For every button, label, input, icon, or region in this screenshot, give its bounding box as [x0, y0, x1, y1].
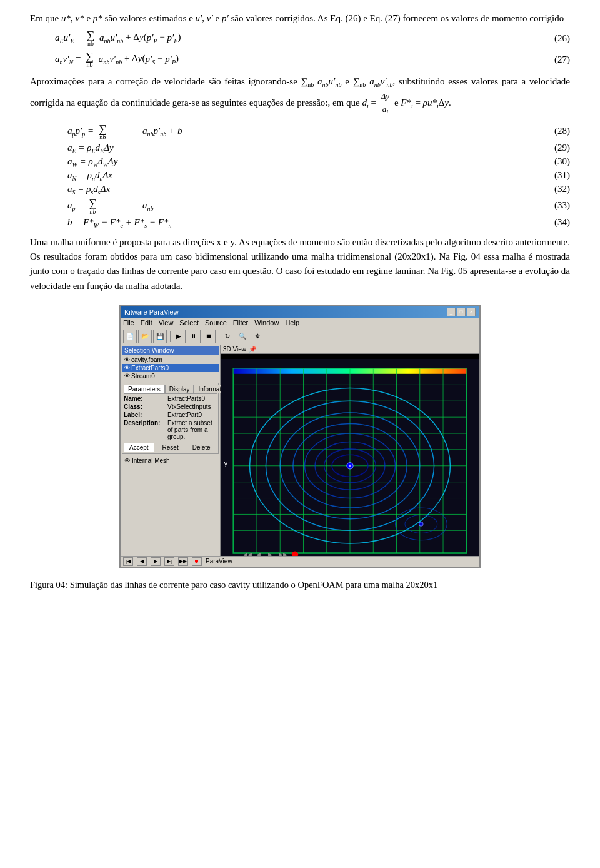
- eq-tag-28: (28): [532, 126, 570, 136]
- sum-33: ∑ nb: [89, 198, 97, 215]
- svg-text:▶: ▶: [268, 552, 272, 556]
- toolbar-open[interactable]: 📂: [138, 330, 152, 343]
- equation-28: app′p = ∑ nb anbp′nb + b (28): [68, 123, 570, 141]
- paraview-3d-view: 3D View 📌: [221, 345, 479, 556]
- equation-30: aW = ρWdWΔy (30): [68, 156, 570, 168]
- close-btn[interactable]: ×: [467, 308, 476, 316]
- eq-tag-31: (31): [532, 170, 570, 181]
- paraview-toolbar: 📄 📂 💾 ▶ ⏸ ⏹ ↻ 🔍 ✥: [121, 328, 479, 345]
- intro-text: Em que u*, v* e p* são valores estimados…: [30, 13, 564, 23]
- svg-point-35: [419, 522, 423, 526]
- sum-symbol-26: ∑ nb: [86, 29, 94, 47]
- svg-text:▶▶: ▶▶: [279, 552, 288, 556]
- equation-29: aE = ρEdEΔy (29): [68, 143, 570, 154]
- reset-button[interactable]: Reset: [157, 443, 184, 452]
- status-nav-play[interactable]: ▶▶: [178, 557, 188, 566]
- svg-text:◀: ◀: [256, 552, 261, 556]
- tree-item-stream[interactable]: 👁 Stream0: [122, 372, 219, 380]
- toolbar-sep2: [217, 331, 219, 342]
- equation-33: ap = ∑ nb anb (33): [68, 198, 570, 215]
- status-nav-next[interactable]: ▶: [151, 557, 161, 566]
- menu-select[interactable]: Select: [179, 319, 199, 326]
- menu-filter[interactable]: Filter: [233, 319, 248, 326]
- figure-04: Kitware ParaView _ □ × File Edit View Se…: [119, 305, 481, 568]
- param-desc-row: Description: Extract a subset of parts f…: [124, 420, 217, 440]
- intro-paragraph: Em que u*, v* e p* são valores estimados…: [30, 11, 570, 26]
- tree-item-extractparts[interactable]: 👁 ExtractParts0: [122, 364, 219, 372]
- params-panel: Parameters Display Information Name: Ext…: [122, 383, 219, 454]
- equation-31: aN = ρndnΔx (31): [68, 170, 570, 182]
- eq-tag-32: (32): [532, 184, 570, 194]
- internal-mesh-item[interactable]: 👁 Internal Mesh: [122, 457, 219, 465]
- view-title-text: 3D View: [223, 346, 246, 353]
- paraview-titlebar: Kitware ParaView _ □ ×: [121, 306, 479, 318]
- param-class-value: VtkSelectInputs: [168, 403, 217, 410]
- param-label-label: Label:: [124, 411, 168, 418]
- status-nav-first[interactable]: |◀: [123, 557, 133, 566]
- fraction-dy-ai: Δy ai: [380, 90, 391, 117]
- tree-item-cavity[interactable]: 👁 cavity.foam: [122, 356, 219, 364]
- eq-tag-34: (34): [532, 217, 570, 228]
- delete-button[interactable]: Delete: [187, 443, 216, 452]
- paraview-window: Kitware ParaView _ □ × File Edit View Se…: [119, 305, 481, 568]
- view-title-bar: 3D View 📌: [221, 345, 479, 354]
- equation-34: b = F*W − F*e + F*s − F*n (34): [68, 217, 570, 229]
- paraview-menubar: File Edit View Select Source Filter Wind…: [121, 318, 479, 328]
- toolbar-new[interactable]: 📄: [123, 330, 137, 343]
- svg-point-32: [349, 465, 351, 467]
- eye-icon-extract: 👁: [124, 365, 130, 371]
- toolbar-zoom[interactable]: 🔍: [236, 330, 249, 343]
- toolbar-stop[interactable]: ⏹: [202, 330, 216, 343]
- page-content: Em que u*, v* e p* são valores estimados…: [30, 11, 570, 590]
- menu-source[interactable]: Source: [205, 319, 227, 326]
- maximize-btn[interactable]: □: [457, 308, 466, 316]
- toolbar-play[interactable]: ▶: [172, 330, 186, 343]
- tab-display[interactable]: Display: [165, 385, 194, 393]
- param-label-row: Label: ExtractPart0: [124, 411, 217, 418]
- equation-26: aEu′E = ∑ nb anbu′nb + Δy(p′P − p′E) (26…: [55, 29, 570, 47]
- eq-tag-29: (29): [532, 143, 570, 153]
- equation-27: anv′N = ∑ nb anbv′nb + Δy(p′S − p′P) (27…: [55, 51, 570, 68]
- eq-num-26: (26): [532, 33, 570, 44]
- minimize-btn[interactable]: _: [447, 308, 456, 316]
- menu-edit[interactable]: Edit: [141, 319, 152, 326]
- accept-button[interactable]: Accept: [124, 443, 154, 452]
- toolbar-pause[interactable]: ⏸: [187, 330, 201, 343]
- param-name-value: ExtractParts0: [168, 395, 217, 402]
- menu-window[interactable]: Window: [254, 319, 279, 326]
- approx-paragraph: Aproximações para a correção de velocida…: [30, 74, 570, 117]
- status-record[interactable]: ⏺: [192, 557, 202, 566]
- view-pin-icon: 📌: [249, 346, 256, 353]
- menu-view[interactable]: View: [159, 319, 174, 326]
- toolbar-save[interactable]: 💾: [153, 330, 167, 343]
- param-class-label: Class:: [124, 403, 168, 410]
- toolbar-pan[interactable]: ✥: [251, 330, 264, 343]
- sum-symbol-27: ∑ nb: [86, 51, 94, 68]
- svg-text:y: y: [224, 460, 228, 467]
- param-name-row: Name: ExtractParts0: [124, 395, 217, 402]
- param-desc-label: Description:: [124, 420, 168, 440]
- paraview-sidebar: Selection Window 👁 cavity.foam 👁 Extract…: [121, 345, 221, 556]
- menu-file[interactable]: File: [123, 319, 134, 326]
- eye-icon-stream: 👁: [124, 373, 130, 379]
- eye-icon-cavity: 👁: [124, 356, 130, 363]
- param-label-value: ExtractPart0: [168, 411, 217, 418]
- paraview-statusbar: |◀ ◀ ▶ ▶| ▶▶ ⏺ ParaView: [121, 556, 479, 567]
- tab-parameters[interactable]: Parameters: [124, 385, 165, 393]
- svg-text:x: x: [345, 554, 349, 556]
- toolbar-rotate[interactable]: ↻: [221, 330, 234, 343]
- status-nav-last[interactable]: ▶|: [164, 557, 174, 566]
- status-nav-prev[interactable]: ◀: [137, 557, 147, 566]
- eq-tag-30: (30): [532, 156, 570, 167]
- paraview-title: Kitware ParaView: [124, 308, 179, 316]
- toolbar-sep1: [168, 331, 171, 342]
- menu-help[interactable]: Help: [285, 319, 299, 326]
- eye-icon-mesh: 👁: [124, 457, 131, 464]
- status-bar-text: ParaView: [206, 558, 232, 565]
- equation-32: aS = ρsdsΔx (32): [68, 184, 570, 196]
- equations-block: app′p = ∑ nb anbp′nb + b (28) aE = ρEdEΔ…: [68, 123, 570, 229]
- selection-window-title: Selection Window: [122, 346, 219, 355]
- text-after-eqs: Uma malha uniforme é proposta para as di…: [30, 235, 570, 293]
- titlebar-buttons: _ □ ×: [447, 308, 476, 316]
- params-tabs: Parameters Display Information: [124, 385, 217, 394]
